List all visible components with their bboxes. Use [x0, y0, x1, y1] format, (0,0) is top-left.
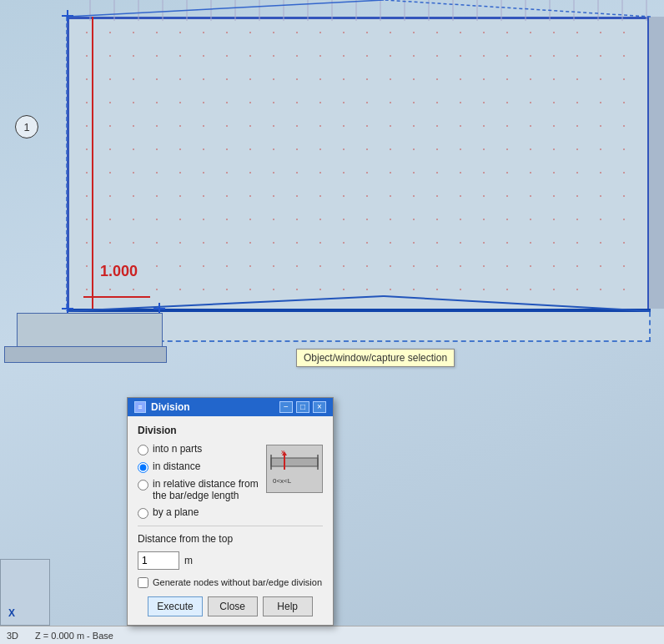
close-button[interactable]: Close — [208, 596, 258, 616]
coord-label: Z = 0.000 m - Base — [35, 631, 113, 641]
radio-n-parts[interactable] — [138, 445, 148, 455]
small-panel — [0, 559, 50, 626]
dialog-body: Division into n parts in distance in rel… — [128, 416, 333, 625]
radio-item-relative[interactable]: in relative distance from the bar/edge l… — [138, 478, 259, 501]
section-label: Division — [138, 425, 323, 436]
division-dialog: ≡ Division − □ × Division into n parts i… — [127, 397, 334, 626]
svg-text:x: x — [281, 448, 284, 455]
minimize-button[interactable]: − — [279, 401, 293, 413]
radio-distance[interactable] — [138, 462, 148, 473]
dialog-main-row: into n parts in distance in relative dis… — [138, 443, 323, 519]
checkbox-row: Generate nodes without bar/edge division — [138, 576, 323, 588]
dialog-titlebar: ≡ Division − □ × — [128, 398, 333, 416]
axis-label: X — [8, 607, 15, 619]
radio-plane[interactable] — [138, 508, 148, 519]
distance-value-row: m — [138, 551, 323, 570]
radio-relative-label: in relative distance from the bar/edge l… — [153, 478, 259, 501]
divider — [138, 526, 323, 526]
radio-distance-label: in distance — [153, 460, 200, 472]
help-button[interactable]: Help — [263, 596, 313, 616]
radio-item-plane[interactable]: by a plane — [138, 506, 259, 519]
footing-base — [4, 346, 167, 363]
distance-label: Distance from the top — [138, 533, 233, 545]
radio-group: into n parts in distance in relative dis… — [138, 443, 259, 519]
svg-rect-5 — [271, 458, 318, 466]
viewport-tooltip: Object/window/capture selection — [296, 349, 455, 367]
checkbox-label: Generate nodes without bar/edge division — [153, 576, 322, 588]
close-dialog-button[interactable]: × — [313, 401, 326, 413]
mode-label: 3D — [7, 631, 18, 641]
radio-plane-label: by a plane — [153, 506, 199, 518]
diagram-box: x 0<x<L — [266, 445, 323, 493]
radio-item-n-parts[interactable]: into n parts — [138, 443, 259, 455]
wall-left-edge — [67, 17, 69, 309]
generate-nodes-checkbox[interactable] — [138, 577, 148, 588]
dimension-line-vertical — [92, 17, 93, 309]
execute-button[interactable]: Execute — [148, 596, 202, 616]
viewport-number-label: 1 — [15, 115, 38, 138]
dimension-line-horizontal — [83, 296, 150, 298]
dimension-label: 1.000 — [100, 263, 138, 280]
diagram-svg: x 0<x<L — [268, 446, 321, 491]
button-row: Execute Close Help — [138, 596, 323, 616]
dialog-controls: − □ × — [279, 401, 326, 413]
dialog-title-icon: ≡ — [134, 401, 146, 413]
bottom-bar: 3D Z = 0.000 m - Base — [0, 626, 664, 644]
distance-input[interactable] — [138, 551, 179, 570]
distance-unit: m — [184, 555, 193, 566]
radio-item-distance[interactable]: in distance — [138, 460, 259, 473]
dot-grid — [75, 21, 646, 304]
distance-row: Distance from the top — [138, 533, 323, 545]
cross-marker-top — [62, 10, 73, 22]
radio-relative[interactable] — [138, 480, 148, 491]
radio-n-parts-label: into n parts — [153, 443, 202, 455]
right-panel — [647, 17, 664, 309]
dialog-titlebar-left: ≡ Division — [134, 401, 190, 413]
dialog-title: Division — [151, 401, 190, 413]
restore-button[interactable]: □ — [296, 401, 309, 413]
svg-text:0<x<L: 0<x<L — [273, 477, 292, 485]
grid-lines-top — [67, 0, 651, 21]
